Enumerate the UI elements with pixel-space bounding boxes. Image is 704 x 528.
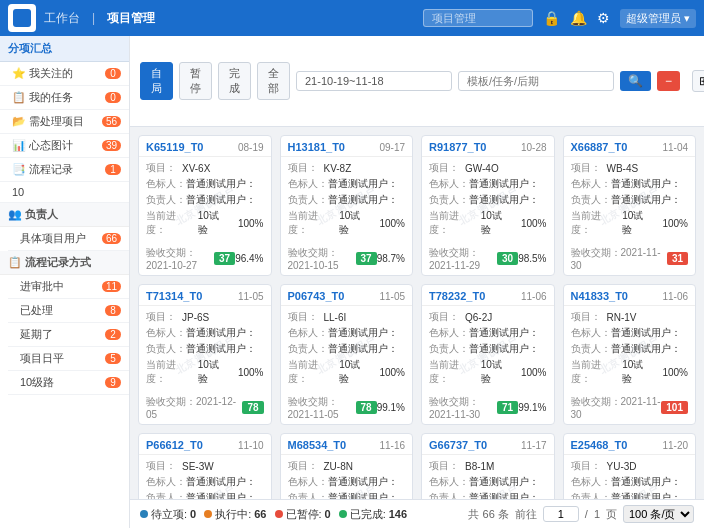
date-range-input[interactable] xyxy=(296,71,452,91)
card-id: H13181_T0 xyxy=(288,141,346,153)
card-project-value: LL-6I xyxy=(324,312,406,323)
nav-workbench[interactable]: 工作台 xyxy=(44,10,80,27)
progress-label: 当前进度： xyxy=(146,358,194,386)
card-responsible-value: 普通测试用户： xyxy=(469,342,547,356)
status-pending: 待立项: 0 xyxy=(140,507,196,522)
project-card-R91877_T0[interactable]: R91877_T0 10-28 项目： GW-4O 色标人： 普通测试用户： 负… xyxy=(421,135,555,276)
card-id: P66612_T0 xyxy=(146,439,203,451)
project-card-K65119_T0[interactable]: K65119_T0 08-19 项目： XV-6X 色标人： 普通测试用户： 负… xyxy=(138,135,272,276)
sidebar-item-user-project[interactable]: 具体项目用户 66 xyxy=(8,227,129,251)
progress-label: 当前进度： xyxy=(146,209,194,237)
sidebar-section-process[interactable]: 📋 流程记录方式 xyxy=(0,251,129,275)
project-card-E25468_T0[interactable]: E25468_T0 11-20 项目： YU-3D 色标人： 普通测试用户： 负… xyxy=(563,433,697,499)
card-id: T71314_T0 xyxy=(146,290,202,302)
card-responsible-row: 负责人： 普通测试用户： xyxy=(146,491,264,499)
footer-pct: 98.7% xyxy=(377,253,405,264)
card-body: 项目： KV-8Z 色标人： 普通测试用户： 负责人： 普通测试用户： 当前进度… xyxy=(281,157,413,243)
project-label: 项目： xyxy=(288,310,324,324)
project-card-G66737_T0[interactable]: G66737_T0 11-17 项目： B8-1M 色标人： 普通测试用户： 负… xyxy=(421,433,555,499)
project-card-X66887_T0[interactable]: X66887_T0 11-04 项目： WB-4S 色标人： 普通测试用户： 负… xyxy=(563,135,697,276)
progress-value: 10试验 xyxy=(481,358,511,386)
card-owner-row: 色标人： 普通测试用户： xyxy=(571,475,689,489)
tab-paused[interactable]: 暂停 xyxy=(179,62,212,100)
sidebar-item-process[interactable]: 📑 流程记录 1 xyxy=(0,158,129,182)
card-project-value: KV-8Z xyxy=(324,163,406,174)
card-owner-row: 色标人： 普通测试用户： xyxy=(429,475,547,489)
footer-badge: 71 xyxy=(497,401,518,414)
footer-badge: 78 xyxy=(356,401,377,414)
footer-date: 验收交期：2021-11-29 xyxy=(429,246,497,271)
per-page-select[interactable]: 100 条/页 50 条/页 200 条/页 xyxy=(623,505,694,523)
card-footer: 验收交期：2021-11-05 78 99.1% xyxy=(281,392,413,424)
project-card-P06743_T0[interactable]: P06743_T0 11-05 项目： LL-6I 色标人： 普通测试用户： 负… xyxy=(280,284,414,425)
page-input[interactable] xyxy=(543,506,579,522)
status-running-label: 执行中: xyxy=(215,507,251,522)
responsible-label: 负责人： xyxy=(429,342,469,356)
card-footer: 验收交期：2021-11-30 31 xyxy=(564,243,696,275)
project-label: 项目： xyxy=(146,310,182,324)
top-search-input[interactable] xyxy=(423,9,533,27)
settings-icon[interactable]: ⚙ xyxy=(597,10,610,26)
sidebar-item-mytask[interactable]: 📋 我的任务 0 xyxy=(0,86,129,110)
sidebar-item-project-daily[interactable]: 项目日平 5 xyxy=(8,347,129,371)
sidebar-item-level10[interactable]: 10级路 9 xyxy=(8,371,129,395)
progress-label: 当前进度： xyxy=(429,358,477,386)
card-responsible-row: 负责人： 普通测试用户： xyxy=(429,491,547,499)
card-progress-row: 当前进度： 10试验 100% xyxy=(288,358,406,386)
lock-icon[interactable]: 🔒 xyxy=(543,10,560,26)
card-progress-row: 当前进度： 10试验 100% xyxy=(571,209,689,237)
project-card-P66612_T0[interactable]: P66612_T0 11-10 项目： SE-3W 色标人： 普通测试用户： 负… xyxy=(138,433,272,499)
project-label: 项目： xyxy=(146,161,182,175)
grid-view-button[interactable]: ⊞ xyxy=(692,70,704,92)
user-menu[interactable]: 超级管理员 ▾ xyxy=(620,9,696,28)
status-paused-label: 已暂停: xyxy=(286,507,322,522)
sidebar-item-mood[interactable]: 📊 心态图计 39 xyxy=(0,134,129,158)
toolbar: 自局 暂停 完成 全部 🔍 − ⊞ ☰ ▤ + 新建项目 ■ 项目日程 ≡ xyxy=(130,36,704,127)
sidebar-section-owner[interactable]: 👥 负责人 xyxy=(0,203,129,227)
sidebar-item-approval[interactable]: 进审批中 11 xyxy=(8,275,129,299)
card-project-value: JP-6S xyxy=(182,312,264,323)
total-count: 共 66 条 xyxy=(468,507,508,522)
sidebar-item-starred[interactable]: ⭐ 我关注的 0 xyxy=(0,62,129,86)
tab-running[interactable]: 自局 xyxy=(140,62,173,100)
card-progress-row: 当前进度： 10试验 100% xyxy=(146,209,264,237)
sidebar-item-delayed[interactable]: 延期了 2 xyxy=(8,323,129,347)
project-card-T71314_T0[interactable]: T71314_T0 11-05 项目： JP-6S 色标人： 普通测试用户： 负… xyxy=(138,284,272,425)
bell-icon[interactable]: 🔔 xyxy=(570,10,587,26)
sidebar-item-num10[interactable]: 10 xyxy=(0,182,129,203)
status-running: 执行中: 66 xyxy=(204,507,266,522)
status-pending-count: 0 xyxy=(190,508,196,520)
sidebar-item-processed[interactable]: 已处理 8 xyxy=(8,299,129,323)
card-project-value: SE-3W xyxy=(182,461,264,472)
project-card-M68534_T0[interactable]: M68534_T0 11-16 项目： ZU-8N 色标人： 普通测试用户： 负… xyxy=(280,433,414,499)
progress-pct: 100% xyxy=(377,218,405,229)
owner-label: 色标人： xyxy=(571,475,611,489)
card-responsible-value: 普通测试用户： xyxy=(328,491,406,499)
nav-project[interactable]: 项目管理 xyxy=(107,10,155,27)
page-unit: 页 xyxy=(606,507,617,522)
sidebar-item-pending[interactable]: 📂 需处理项目 56 xyxy=(0,110,129,134)
card-project-row: 项目： GW-4O xyxy=(429,161,547,175)
card-responsible-row: 负责人： 普通测试用户： xyxy=(571,342,689,356)
card-owner-value: 普通测试用户： xyxy=(328,475,406,489)
footer-badge: 37 xyxy=(214,252,235,265)
card-header: N41833_T0 11-06 xyxy=(564,285,696,306)
card-project-value: GW-4O xyxy=(465,163,547,174)
project-card-T78232_T0[interactable]: T78232_T0 11-06 项目： Q6-2J 色标人： 普通测试用户： 负… xyxy=(421,284,555,425)
tab-completed[interactable]: 完成 xyxy=(218,62,251,100)
search-button[interactable]: 🔍 xyxy=(620,71,651,91)
cards-area: K65119_T0 08-19 项目： XV-6X 色标人： 普通测试用户： 负… xyxy=(130,127,704,499)
project-card-H13181_T0[interactable]: H13181_T0 09-17 项目： KV-8Z 色标人： 普通测试用户： 负… xyxy=(280,135,414,276)
card-search-input[interactable] xyxy=(458,71,614,91)
card-header: P06743_T0 11-05 xyxy=(281,285,413,306)
card-owner-value: 普通测试用户： xyxy=(611,475,689,489)
minus-button[interactable]: − xyxy=(657,71,680,91)
owner-label: 色标人： xyxy=(146,177,186,191)
card-body: 项目： GW-4O 色标人： 普通测试用户： 负责人： 普通测试用户： 当前进度… xyxy=(422,157,554,243)
card-body: 项目： B8-1M 色标人： 普通测试用户： 负责人： 普通测试用户： 当前进度… xyxy=(422,455,554,499)
sidebar-section-summary: 分项汇总 xyxy=(0,36,129,62)
project-card-N41833_T0[interactable]: N41833_T0 11-06 项目： RN-1V 色标人： 普通测试用户： 负… xyxy=(563,284,697,425)
project-label: 项目： xyxy=(571,310,607,324)
tab-all[interactable]: 全部 xyxy=(257,62,290,100)
footer-date: 验收交期：2021-11-30 xyxy=(571,395,662,420)
